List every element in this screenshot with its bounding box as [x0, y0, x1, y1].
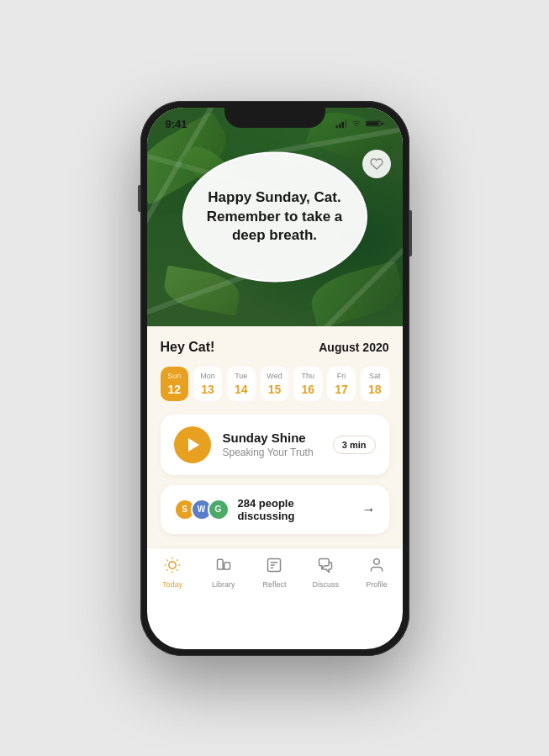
- svg-rect-2: [341, 122, 343, 129]
- nav-label-today: Today: [162, 580, 182, 589]
- nav-label-discuss: Discuss: [313, 580, 340, 589]
- calendar-day-fri[interactable]: Fri 17: [327, 367, 356, 401]
- today-icon: [164, 557, 181, 578]
- status-time: 9:41: [166, 118, 187, 130]
- svg-point-7: [169, 561, 176, 568]
- calendar-day-sat[interactable]: Sat 18: [361, 367, 389, 401]
- day-number: 15: [264, 383, 286, 396]
- svg-line-11: [177, 569, 177, 570]
- signal-icon: [335, 118, 347, 130]
- nav-item-reflect[interactable]: Reflect: [252, 557, 296, 589]
- wifi-icon: [351, 118, 362, 130]
- avatar-g: G: [208, 499, 230, 521]
- svg-line-14: [166, 569, 167, 570]
- calendar-day-tue[interactable]: Tue 14: [227, 367, 256, 401]
- svg-rect-3: [345, 119, 346, 128]
- sunday-shine-card[interactable]: Sunday Shine Speaking Your Truth 3 min: [161, 415, 389, 475]
- hero-oval: Happy Sunday, Cat. Remember to take a de…: [182, 151, 367, 282]
- svg-line-15: [177, 559, 177, 560]
- favorite-button[interactable]: [362, 150, 391, 178]
- nav-label-profile: Profile: [366, 580, 388, 589]
- calendar-row: Sun 12 Mon 13 Tue 14 Wed 15 Thu 16 Fri 1…: [161, 367, 389, 401]
- header-row: Hey Cat! August 2020: [161, 340, 389, 355]
- phone-frame: 9:41: [140, 101, 409, 656]
- greeting-text: Hey Cat!: [161, 340, 215, 355]
- phone-screen: 9:41: [147, 108, 403, 649]
- play-icon: [188, 438, 199, 452]
- day-name: Wed: [264, 372, 286, 380]
- heart-icon: [370, 157, 383, 171]
- day-number: 17: [330, 383, 352, 396]
- shine-info: Sunday Shine Speaking Your Truth: [223, 431, 321, 458]
- reflect-icon: [266, 557, 282, 578]
- avatars-group: SWG: [174, 499, 230, 521]
- discuss-icon: [317, 557, 334, 578]
- day-name: Fri: [330, 372, 352, 380]
- shine-title: Sunday Shine: [223, 431, 321, 445]
- calendar-day-wed[interactable]: Wed 15: [261, 367, 289, 401]
- play-button[interactable]: [174, 426, 211, 463]
- profile-icon: [368, 557, 385, 578]
- duration-badge: 3 min: [333, 436, 376, 454]
- calendar-day-sun[interactable]: Sun 12: [161, 367, 189, 401]
- discussion-text: 284 people discussing: [238, 497, 354, 522]
- day-name: Mon: [197, 372, 219, 380]
- nav-item-today[interactable]: Today: [150, 557, 194, 589]
- battery-icon: [366, 119, 384, 129]
- day-number: 18: [364, 383, 386, 396]
- nav-label-reflect: Reflect: [262, 580, 286, 589]
- day-name: Thu: [297, 372, 319, 380]
- hero-section: Happy Sunday, Cat. Remember to take a de…: [147, 108, 403, 326]
- nav-label-library: Library: [212, 580, 235, 589]
- svg-rect-0: [335, 125, 337, 128]
- day-number: 16: [297, 383, 319, 396]
- calendar-day-mon[interactable]: Mon 13: [193, 367, 222, 401]
- hero-text: Happy Sunday, Cat. Remember to take a de…: [201, 188, 349, 246]
- discussion-card[interactable]: SWG 284 people discussing →: [161, 485, 389, 534]
- arrow-icon: →: [362, 502, 376, 517]
- status-icons: [335, 118, 384, 130]
- main-content: Hey Cat! August 2020 Sun 12 Mon 13 Tue 1…: [147, 326, 403, 547]
- nav-item-discuss[interactable]: Discuss: [304, 557, 347, 589]
- svg-rect-6: [382, 123, 383, 125]
- calendar-day-thu[interactable]: Thu 16: [293, 367, 322, 401]
- day-number: 13: [197, 383, 219, 396]
- day-name: Tue: [230, 372, 252, 380]
- svg-line-10: [166, 559, 167, 560]
- day-name: Sun: [164, 372, 186, 380]
- month-label: August 2020: [319, 341, 388, 354]
- bottom-navigation: Today Library Reflect Discuss Profile: [147, 547, 403, 604]
- shine-subtitle: Speaking Your Truth: [223, 447, 321, 458]
- day-name: Sat: [364, 372, 386, 380]
- library-icon: [215, 557, 232, 578]
- notch: [224, 108, 325, 128]
- nav-item-profile[interactable]: Profile: [355, 557, 399, 589]
- nav-item-library[interactable]: Library: [202, 557, 245, 589]
- svg-rect-1: [339, 124, 340, 128]
- day-number: 12: [164, 383, 186, 396]
- day-number: 14: [230, 383, 252, 396]
- svg-point-21: [374, 558, 380, 564]
- svg-rect-5: [366, 122, 378, 125]
